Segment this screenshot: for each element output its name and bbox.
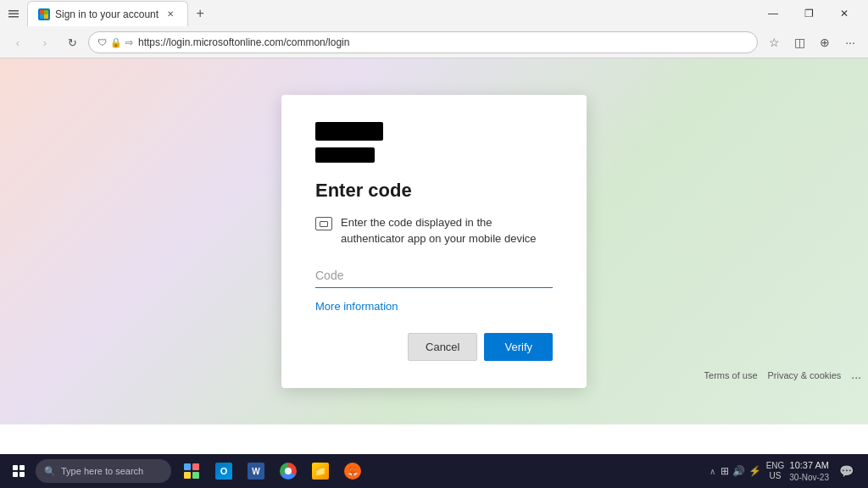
language-indicator: ENGUS (766, 461, 785, 481)
clock-time: 10:37 AM (789, 459, 829, 471)
system-clock[interactable]: 10:37 AM 30-Nov-23 (789, 459, 829, 482)
sys-tray-icons: ⊞ 🔊 ⚡ (721, 465, 761, 477)
browser-content: Enter code Enter the code displayed in t… (0, 58, 868, 424)
firefox-icon: 🦊 (344, 463, 361, 480)
address-bar: ‹ › ↻ 🛡 🔒 ⇨ https://login.microsoftonlin… (0, 27, 868, 58)
taskbar-outlook-button[interactable]: O (209, 456, 239, 486)
more-options-link[interactable]: ··· (851, 370, 861, 384)
title-bar: Sign in to your account ✕ + — ❐ ✕ (0, 0, 868, 27)
account-label (315, 147, 375, 163)
explorer-icon: 📁 (312, 463, 329, 480)
window-controls-right: — ❐ ✕ (756, 2, 861, 25)
svg-rect-2 (8, 16, 19, 18)
widgets-icon (184, 463, 199, 479)
start-button[interactable] (3, 456, 34, 486)
minimize-button[interactable]: — (756, 2, 790, 25)
taskbar-chrome-button[interactable] (273, 456, 303, 486)
url-text: https://login.microsoftonline.com/common… (138, 36, 349, 48)
svg-rect-5 (40, 14, 44, 19)
taskbar: 🔍 Type here to search O W 📁 🦊 (0, 454, 868, 488)
taskbar-explorer-button[interactable]: 📁 (305, 456, 336, 486)
tab-close-button[interactable]: ✕ (164, 8, 177, 21)
search-icon: 🔍 (44, 466, 56, 477)
taskbar-word-button[interactable]: W (241, 456, 271, 486)
tray-expand-icon[interactable]: ∧ (709, 467, 715, 476)
clock-date: 30-Nov-23 (789, 472, 829, 483)
browser-chrome: Sign in to your account ✕ + — ❐ ✕ ‹ › ↻ … (0, 0, 868, 58)
browser-menu-icon[interactable] (7, 7, 20, 20)
terms-of-use-link[interactable]: Terms of use (704, 370, 758, 384)
svg-rect-0 (8, 10, 19, 12)
svg-rect-1 (8, 14, 19, 15)
chrome-icon (280, 463, 297, 480)
network-icon: ⊞ (721, 465, 729, 477)
back-button[interactable]: ‹ (7, 31, 29, 53)
favorites-icon[interactable]: ☆ (763, 31, 785, 53)
more-information-link[interactable]: More information (315, 300, 398, 313)
maximize-button[interactable]: ❐ (792, 2, 826, 25)
code-input[interactable] (315, 263, 553, 288)
battery-icon: ⚡ (748, 465, 761, 477)
forward-button[interactable]: › (34, 31, 56, 53)
language-text: ENGUS (766, 461, 785, 481)
bookmark-arrow-icon: ⇨ (125, 37, 133, 48)
url-bar[interactable]: 🛡 🔒 ⇨ https://login.microsoftonline.com/… (88, 31, 758, 53)
svg-rect-4 (44, 10, 48, 14)
tab-favicon-icon (38, 8, 50, 20)
toolbar-right: ☆ ◫ ⊕ ··· (763, 31, 861, 53)
refresh-button[interactable]: ↻ (61, 31, 83, 53)
taskbar-apps: O W 📁 🦊 (176, 456, 368, 486)
close-button[interactable]: ✕ (827, 2, 861, 25)
browser-tab[interactable]: Sign in to your account ✕ (27, 1, 188, 26)
window-controls-left (7, 7, 20, 20)
modal-title: Enter code (315, 180, 553, 202)
privacy-cookies-link[interactable]: Privacy & cookies (768, 370, 842, 384)
lock-icon: 🔒 (110, 37, 122, 48)
modal-actions: Cancel Verify (315, 333, 553, 361)
taskbar-widgets-button[interactable] (176, 456, 207, 486)
search-placeholder: Type here to search (61, 466, 143, 476)
windows-logo-icon (13, 465, 25, 477)
notification-button[interactable]: 💬 (834, 459, 858, 483)
outlook-icon: O (215, 463, 232, 480)
system-tray: ∧ ⊞ 🔊 ⚡ ENGUS 10:37 AM 30-Nov-23 💬 (709, 459, 865, 483)
modal-description-text: Enter the code displayed in the authenti… (341, 215, 553, 246)
authenticator-app-icon (315, 217, 332, 230)
tab-title: Sign in to your account (55, 8, 159, 20)
cancel-button[interactable]: Cancel (408, 333, 477, 361)
verify-button[interactable]: Verify (484, 333, 553, 361)
taskbar-firefox-button[interactable]: 🦊 (337, 456, 368, 486)
svg-rect-3 (40, 10, 44, 14)
svg-rect-6 (44, 14, 48, 19)
browser-menu-dots[interactable]: ··· (839, 31, 861, 53)
taskbar-search[interactable]: 🔍 Type here to search (36, 459, 171, 483)
modal-description: Enter the code displayed in the authenti… (315, 215, 553, 246)
footer-links: Terms of use Privacy & cookies ··· (704, 370, 861, 384)
extensions-icon[interactable]: ⊕ (814, 31, 836, 53)
new-tab-button[interactable]: + (188, 2, 212, 25)
volume-icon: 🔊 (732, 465, 745, 477)
microsoft-logo (315, 122, 383, 141)
url-bar-icons: 🛡 🔒 ⇨ (97, 37, 133, 48)
shield-icon: 🛡 (97, 37, 107, 47)
signin-modal: Enter code Enter the code displayed in t… (281, 95, 587, 387)
collections-icon[interactable]: ◫ (788, 31, 810, 53)
word-icon: W (248, 463, 264, 480)
